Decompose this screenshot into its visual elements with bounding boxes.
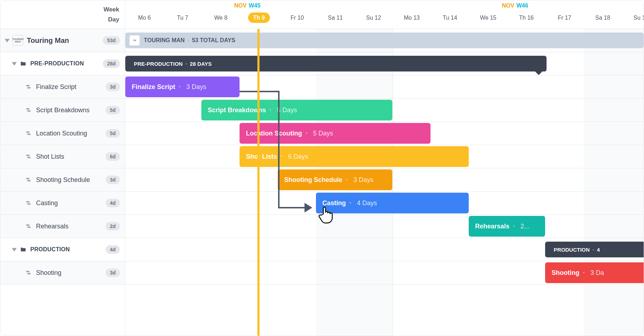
duration-badge: 5d [106,129,120,138]
task-name: Location Scouting [36,130,106,137]
task-name: Rehearsals [36,223,106,230]
week-month: NOV [234,3,247,9]
day-column-header[interactable]: Sa 11 [316,11,354,29]
sidebar-task-row[interactable]: Casting 4d [0,192,125,215]
day-column-header[interactable]: Tu 7 [163,11,202,29]
gantt-project-row: TM TOURING MAN · 53 TOTAL DAYS [125,29,644,52]
sidebar-task-row[interactable]: Rehearsals 2d [0,215,125,238]
task-name: Shooting [36,269,106,277]
day-column-header[interactable]: Mo 6 [125,11,163,29]
week-code: W45 [249,3,261,9]
group-summary-bar[interactable]: PRE-PRODUCTION · 28 DAYS [125,56,547,71]
day-column-header[interactable]: Tu 14 [431,11,469,29]
svg-rect-7 [27,157,31,158]
duration-badge: 4d [106,199,120,207]
task-bar-duration: 6 Days [288,153,308,160]
gantt-task-row: Shot Lists·6 Days [125,145,644,168]
gantt-task-row: Script Breakdowns·5 Days [125,99,644,122]
task-icon [25,107,32,114]
day-column-header[interactable]: Th 16 [507,11,545,29]
task-bar[interactable]: Script Breakdowns·5 Days [201,100,392,120]
sidebar-task-row[interactable]: Shooting 3d [0,261,125,285]
sidebar-task-row[interactable]: Shooting Schedule 3d [0,168,125,192]
day-column-header[interactable]: Sa 18 [584,11,622,29]
task-bar-name: Shot Lists [246,153,277,160]
svg-rect-13 [27,227,31,228]
svg-rect-15 [27,273,31,275]
task-bar[interactable]: Casting·4 Days [316,193,469,213]
group-summary-bar[interactable]: PRODUCTION · 4 [545,242,644,257]
sidebar-project-row[interactable]: TOURING MAN Touring Man 53d [0,29,125,52]
svg-rect-8 [26,178,30,179]
task-name: Casting [36,199,106,207]
duration-badge: 6d [106,152,120,161]
task-icon [25,153,32,160]
day-column-header[interactable]: Mo 13 [393,11,431,29]
header-date-columns: NOVW45NOVW46 Mo 6Tu 7We 8Th 9Fr 10Sa 11S… [125,0,644,29]
project-summary-bar[interactable]: TM TOURING MAN · 53 TOTAL DAYS [125,33,644,48]
chevron-down-icon[interactable] [4,37,10,44]
day-column-header[interactable]: Fr 17 [545,11,584,29]
task-bar[interactable]: Rehearsals·2... [469,216,545,237]
day-column-header[interactable]: We 8 [202,11,240,29]
gantt-area[interactable]: TM TOURING MAN · 53 TOTAL DAYS PRE-PRODU… [125,29,644,336]
day-label: Tu 14 [443,15,457,21]
svg-rect-11 [27,203,31,205]
day-column-header[interactable]: We 15 [469,11,507,29]
task-bar-name: Shooting [552,269,579,277]
day-column-header[interactable]: Fr 10 [278,11,316,29]
task-name: Script Breakdowns [36,107,106,114]
svg-rect-14 [26,271,30,272]
task-bar-duration: 3 Da [590,269,604,277]
day-column-header[interactable]: Su 19 [622,11,644,29]
task-bar[interactable]: Shooting Schedule·3 Days [278,169,392,190]
gantt-task-row: Casting·4 Days [125,192,644,215]
task-icon [25,223,32,230]
group-name: PRE-PRODUCTION [30,60,103,67]
day-label: Su 12 [366,15,381,21]
svg-rect-12 [26,224,30,226]
gantt-task-row: Location Scouting·5 Days [125,122,644,145]
task-bar[interactable]: Shot Lists·6 Days [240,146,469,167]
gantt-task-row: Shooting·3 Da [125,261,644,285]
day-label: Fr 17 [558,15,571,21]
group-bar-name: PRODUCTION [554,247,590,253]
sidebar-group-row[interactable]: PRE-PRODUCTION 28d [0,52,125,75]
project-banner-total: 53 TOTAL DAYS [192,37,235,44]
project-logo: TOURING MAN [12,35,23,46]
group-bar-name: PRE-PRODUCTION [134,61,183,67]
sidebar-task-row[interactable]: Shot Lists 6d [0,145,125,168]
task-name: Finalize Script [36,83,106,91]
day-label: Th 9 [248,13,270,23]
task-bar-duration: 5 Days [277,107,297,114]
chevron-down-icon[interactable] [11,60,17,67]
folder-icon [20,246,27,253]
body: TOURING MAN Touring Man 53d PRE-PRODUCTI… [0,29,644,336]
gantt-group-row: PRE-PRODUCTION · 28 DAYS [125,52,644,75]
week-label: NOVW45 [234,3,261,9]
day-label: Fr 10 [291,15,304,21]
sidebar-task-row[interactable]: Location Scouting 5d [0,122,125,145]
task-bar-duration: 4 Days [357,199,377,207]
sidebar-task-row[interactable]: Finalize Script 3d [0,75,125,99]
week-month: NOV [502,3,514,9]
task-bar-duration: 2... [520,223,529,230]
sidebar: TOURING MAN Touring Man 53d PRE-PRODUCTI… [0,29,125,336]
sidebar-group-row[interactable]: PRODUCTION 4d [0,238,125,261]
sidebar-task-row[interactable]: Script Breakdowns 5d [0,99,125,122]
day-column-header[interactable]: Su 12 [354,11,393,29]
day-column-header[interactable]: Th 9 [240,11,278,29]
task-bar[interactable]: Finalize Script·3 Days [125,76,240,97]
header-scale-labels: Week Day [0,0,125,29]
task-bar[interactable]: Shooting·3 Da [545,262,644,283]
day-label: Tu 7 [177,15,188,21]
task-bar-duration: 3 Days [186,83,206,91]
chevron-down-icon[interactable] [11,246,17,253]
day-label: Sa 18 [595,15,610,21]
svg-rect-0 [26,85,30,87]
task-bar-name: Rehearsals [475,223,509,230]
duration-badge: 4d [106,245,120,254]
task-bar[interactable]: Location Scouting·5 Days [240,123,431,144]
app: Week Day NOVW45NOVW46 Mo 6Tu 7We 8Th 9Fr… [0,0,644,336]
svg-rect-1 [27,87,31,89]
